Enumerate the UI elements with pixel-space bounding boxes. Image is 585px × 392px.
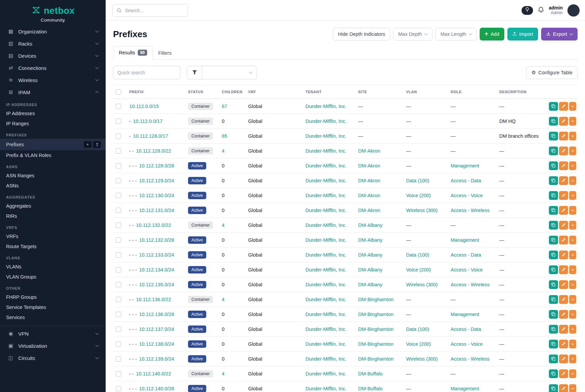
prefix-link[interactable]: 10.112.135.0/24 (139, 282, 174, 287)
copy-button[interactable] (549, 102, 558, 111)
copy-button[interactable] (549, 251, 558, 259)
tenant-link[interactable]: Dunder-Mifflin, Inc. (305, 371, 346, 376)
site-link[interactable]: DM-Binghamton (358, 356, 394, 362)
select-all-checkbox[interactable] (116, 89, 121, 95)
row-checkbox[interactable] (116, 163, 121, 168)
column-header-status[interactable]: STATUS (185, 85, 219, 99)
row-checkbox[interactable] (116, 178, 121, 183)
edit-dropdown-button[interactable] (569, 132, 576, 140)
column-header-prefix[interactable]: PREFIX (127, 85, 185, 99)
role-link[interactable]: Access - Wireless (451, 356, 489, 362)
quick-search-input[interactable] (113, 66, 181, 79)
row-checkbox[interactable] (116, 133, 121, 139)
tenant-link[interactable]: Dunder-Mifflin, Inc. (305, 178, 346, 183)
tenant-link[interactable]: Dunder-Mifflin, Inc. (305, 104, 346, 109)
copy-button[interactable] (549, 340, 558, 348)
site-link[interactable]: DM-Albany (358, 223, 382, 228)
theme-toggle-button[interactable] (522, 6, 533, 15)
sidebar-item-organization[interactable]: ▦Organization (0, 25, 106, 37)
edit-button[interactable] (559, 132, 568, 140)
notifications-button[interactable] (538, 6, 544, 15)
vlan-link[interactable]: Data (100) (406, 326, 429, 332)
edit-dropdown-button[interactable] (569, 102, 576, 111)
edit-dropdown-button[interactable] (569, 384, 576, 392)
sidebar-item-vlans[interactable]: VLANs (0, 262, 106, 272)
sidebar-item-rirs[interactable]: RIRs (0, 211, 106, 221)
tab-filters[interactable]: Filters (153, 47, 177, 59)
edit-button[interactable] (559, 147, 568, 155)
sidebar-item-prefix-vlan-roles[interactable]: Prefix & VLAN Roles (0, 150, 106, 160)
vlan-link[interactable]: Data (100) (406, 252, 429, 258)
tenant-link[interactable]: Dunder-Mifflin, Inc. (305, 148, 346, 154)
edit-dropdown-button[interactable] (569, 236, 576, 244)
column-header-site[interactable]: SITE (355, 85, 403, 99)
children-link[interactable]: 4 (222, 223, 224, 228)
row-checkbox[interactable] (116, 208, 121, 213)
children-link[interactable]: 4 (222, 297, 224, 302)
site-link[interactable]: DM-Binghamton (358, 341, 394, 347)
copy-button[interactable] (549, 191, 558, 200)
edit-button[interactable] (559, 236, 568, 244)
site-link[interactable]: DM-Akron (358, 178, 380, 183)
role-link[interactable]: Management (451, 163, 479, 168)
tenant-link[interactable]: Dunder-Mifflin, Inc. (305, 208, 346, 213)
column-header-tenant[interactable]: TENANT (303, 85, 355, 99)
role-link[interactable]: Access - Wireless (451, 282, 489, 287)
edit-button[interactable] (559, 310, 568, 319)
children-link[interactable]: 4 (222, 371, 224, 376)
configure-table-button[interactable]: ⚙ Configure Table (526, 66, 578, 79)
edit-button[interactable] (559, 325, 568, 334)
export-button[interactable]: Export (541, 28, 578, 41)
copy-button[interactable] (549, 206, 558, 215)
row-checkbox[interactable] (116, 252, 121, 258)
prefix-link[interactable]: 10.112.128.0/28 (139, 163, 174, 168)
copy-button[interactable] (549, 161, 558, 170)
sidebar-item-aggregates[interactable]: Aggregates (0, 201, 106, 211)
sidebar-item-service-templates[interactable]: Service Templates (0, 302, 106, 312)
tenant-link[interactable]: Dunder-Mifflin, Inc. (305, 326, 346, 332)
prefix-link[interactable]: 10.112.132.0/28 (139, 237, 174, 243)
row-checkbox[interactable] (116, 148, 121, 154)
row-checkbox[interactable] (116, 356, 121, 362)
edit-dropdown-button[interactable] (569, 161, 576, 170)
copy-button[interactable] (549, 355, 558, 363)
tenant-link[interactable]: Dunder-Mifflin, Inc. (305, 386, 346, 391)
prefix-link[interactable]: 10.112.140.0/22 (136, 371, 171, 376)
edit-dropdown-button[interactable] (569, 340, 576, 348)
prefix-link[interactable]: 10.112.139.0/24 (139, 356, 174, 362)
sidebar-item-ip-addresses[interactable]: IP Addresses (0, 108, 106, 119)
site-link[interactable]: DM-Akron (358, 208, 380, 213)
role-link[interactable]: Access - Voice (451, 193, 483, 198)
edit-dropdown-button[interactable] (569, 265, 576, 274)
role-link[interactable]: Management (451, 312, 479, 317)
vlan-link[interactable]: Voice (200) (406, 193, 431, 198)
tenant-link[interactable]: Dunder-Mifflin, Inc. (305, 133, 346, 139)
edit-button[interactable] (559, 191, 568, 200)
copy-button[interactable] (549, 295, 558, 304)
role-link[interactable]: Access - Voice (451, 267, 483, 272)
row-checkbox[interactable] (116, 341, 121, 347)
edit-dropdown-button[interactable] (569, 310, 576, 319)
sidebar-item-virtualization[interactable]: ▣Virtualization (0, 340, 106, 352)
copy-button[interactable] (549, 280, 558, 289)
prefix-link[interactable]: 10.112.137.0/24 (139, 326, 174, 332)
tab-results[interactable]: Results 90 (113, 46, 153, 60)
sidebar-item-prefixes[interactable]: Prefixes+↥ (0, 139, 106, 150)
edit-dropdown-button[interactable] (569, 176, 576, 185)
row-checkbox[interactable] (116, 371, 121, 376)
column-header-vlan[interactable]: VLAN (403, 85, 448, 99)
sidebar-item-vpn[interactable]: ◉VPN (0, 328, 106, 340)
prefix-link[interactable]: 10.112.132.0/22 (136, 223, 171, 228)
sidebar-item-asn-ranges[interactable]: ASN Ranges (0, 171, 106, 181)
edit-button[interactable] (559, 221, 568, 230)
role-link[interactable]: Access - Wireless (451, 208, 489, 213)
copy-button[interactable] (549, 147, 558, 155)
prefix-link[interactable]: 10.112.136.0/22 (136, 297, 171, 302)
max-depth-dropdown[interactable]: Max Depth (393, 28, 432, 41)
copy-button[interactable] (549, 132, 558, 140)
row-checkbox[interactable] (116, 386, 121, 391)
prefix-link[interactable]: 10.112.0.0/15 (129, 104, 159, 109)
edit-dropdown-button[interactable] (569, 221, 576, 230)
edit-button[interactable] (559, 369, 568, 378)
row-checkbox[interactable] (116, 237, 121, 243)
